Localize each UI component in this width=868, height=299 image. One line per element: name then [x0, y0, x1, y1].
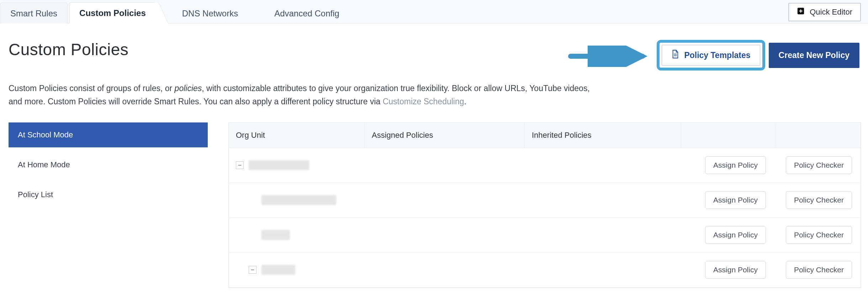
- table-row: −Assign PolicyPolicy Checker: [229, 253, 861, 288]
- sidebar-item-at-school[interactable]: At School Mode: [9, 122, 208, 147]
- assign-policy-button[interactable]: Assign Policy: [705, 191, 766, 209]
- page-description: Custom Policies consist of groups of rul…: [0, 70, 605, 108]
- collapse-icon[interactable]: −: [236, 161, 244, 169]
- org-unit-cell: −: [236, 265, 372, 275]
- collapse-icon[interactable]: −: [249, 266, 256, 274]
- org-unit-cell: −: [236, 160, 372, 170]
- col-spacer1: [681, 123, 776, 148]
- policy-checker-button[interactable]: Policy Checker: [786, 156, 852, 174]
- tab-label: Custom Policies: [79, 8, 146, 18]
- document-icon: [671, 49, 679, 61]
- policy-templates-highlight: Policy Templates: [657, 40, 765, 70]
- desc-period: .: [464, 97, 466, 106]
- plus-box-icon: [797, 7, 805, 17]
- row-actions: Assign PolicyPolicy Checker: [705, 156, 853, 174]
- callout-arrow-icon: [568, 46, 650, 69]
- quick-editor-label: Quick Editor: [810, 7, 852, 17]
- main-tabs: Smart Rules Custom Policies DNS Networks…: [0, 0, 868, 23]
- tab-advanced-config[interactable]: Advanced Config: [264, 2, 350, 23]
- sidebar-item-at-home[interactable]: At Home Mode: [9, 152, 208, 177]
- table-row: Assign PolicyPolicy Checker: [229, 183, 861, 218]
- org-unit-name-redacted: [261, 195, 336, 205]
- col-spacer2: [776, 123, 861, 148]
- desc-policies-em: policies: [175, 84, 202, 93]
- col-inherited-policies: Inherited Policies: [525, 123, 681, 148]
- policies-table: Org Unit Assigned Policies Inherited Pol…: [228, 122, 861, 288]
- page-header: Custom Policies: [0, 23, 868, 70]
- org-unit-name-redacted: [249, 160, 309, 170]
- table-row: Assign PolicyPolicy Checker: [229, 218, 861, 253]
- policy-checker-button[interactable]: Policy Checker: [786, 261, 852, 279]
- content-area: At School Mode At Home Mode Policy List …: [0, 108, 868, 288]
- tab-dns-networks[interactable]: DNS Networks: [172, 2, 248, 23]
- assign-policy-button[interactable]: Assign Policy: [705, 226, 766, 244]
- quick-editor-button[interactable]: Quick Editor: [788, 3, 861, 21]
- table-header: Org Unit Assigned Policies Inherited Pol…: [229, 123, 861, 148]
- assign-policy-button[interactable]: Assign Policy: [705, 156, 766, 174]
- customize-scheduling-link[interactable]: Customize Scheduling: [383, 97, 464, 106]
- row-actions: Assign PolicyPolicy Checker: [705, 191, 853, 209]
- create-new-policy-button[interactable]: Create New Policy: [769, 43, 859, 68]
- policy-templates-button[interactable]: Policy Templates: [662, 45, 760, 65]
- table-row: −Assign PolicyPolicy Checker: [229, 148, 861, 183]
- table-body: −Assign PolicyPolicy CheckerAssign Polic…: [229, 148, 861, 288]
- page-title: Custom Policies: [9, 40, 128, 59]
- org-unit-cell: [236, 230, 372, 240]
- policy-checker-button[interactable]: Policy Checker: [786, 191, 852, 209]
- policy-checker-button[interactable]: Policy Checker: [786, 226, 852, 244]
- row-actions: Assign PolicyPolicy Checker: [705, 261, 853, 279]
- row-actions: Assign PolicyPolicy Checker: [705, 226, 853, 244]
- col-org-unit: Org Unit: [229, 123, 365, 148]
- assign-policy-button[interactable]: Assign Policy: [705, 261, 766, 279]
- org-unit-cell: [236, 195, 372, 205]
- col-assigned-policies: Assigned Policies: [365, 123, 525, 148]
- org-unit-name-redacted: [261, 265, 295, 275]
- policy-templates-label: Policy Templates: [684, 51, 750, 60]
- org-unit-name-redacted: [261, 230, 290, 240]
- tab-smart-rules[interactable]: Smart Rules: [0, 2, 68, 23]
- sidebar: At School Mode At Home Mode Policy List: [9, 122, 208, 207]
- tab-custom-policies[interactable]: Custom Policies: [69, 2, 156, 23]
- sidebar-item-policy-list[interactable]: Policy List: [9, 182, 208, 207]
- desc-part1: Custom Policies consist of groups of rul…: [9, 84, 175, 93]
- header-actions: Policy Templates Create New Policy: [657, 40, 859, 70]
